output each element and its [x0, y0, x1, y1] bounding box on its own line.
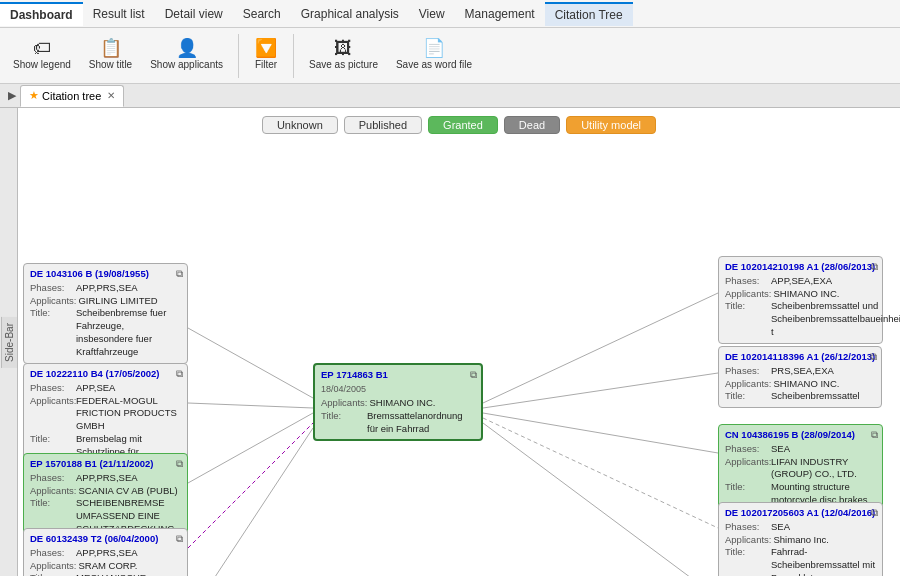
svg-line-6	[483, 373, 718, 408]
applicants-icon: 👤	[176, 39, 198, 57]
save-picture-button[interactable]: 🖼 Save as picture	[302, 32, 385, 76]
canvas-area: Unknown Published Granted Dead Utility m…	[18, 108, 900, 576]
menu-dashboard[interactable]: Dashboard	[0, 2, 83, 26]
separator-1	[238, 34, 239, 78]
svg-line-7	[483, 413, 718, 453]
picture-icon: 🖼	[334, 39, 352, 57]
svg-line-9	[483, 423, 718, 576]
save-word-button[interactable]: 📄 Save as word file	[389, 32, 479, 76]
right-card-id-1: DE 102014118396 A1 (26/12/2013)	[725, 351, 875, 364]
center-patent-card[interactable]: ⧉ EP 1714863 B1 18/04/2005 Applicants: S…	[313, 363, 483, 441]
menu-management[interactable]: Management	[455, 3, 545, 25]
ribbon: 🏷 Show legend 📋 Show title 👤 Show applic…	[0, 28, 900, 84]
right-patent-card-1[interactable]: ⧉ DE 102014118396 A1 (26/12/2013) Phases…	[718, 346, 882, 408]
svg-line-2	[188, 413, 313, 483]
menu-view[interactable]: View	[409, 3, 455, 25]
svg-line-5	[483, 293, 718, 403]
tab-close-button[interactable]: ✕	[107, 90, 115, 101]
menu-bar: Dashboard Result list Detail view Search…	[0, 0, 900, 28]
left-patent-card-3[interactable]: ⧉ DE 60132439 T2 (06/04/2000) Phases: AP…	[23, 528, 188, 576]
right-card-copy-icon-3[interactable]: ⧉	[871, 506, 878, 520]
legend-row: Unknown Published Granted Dead Utility m…	[18, 108, 900, 138]
menu-detail-view[interactable]: Detail view	[155, 3, 233, 25]
legend-dead[interactable]: Dead	[504, 116, 560, 134]
word-icon: 📄	[423, 39, 445, 57]
svg-line-4	[188, 428, 313, 576]
legend-utility[interactable]: Utility model	[566, 116, 656, 134]
legend-published[interactable]: Published	[344, 116, 422, 134]
center-card-date: 18/04/2005	[321, 383, 475, 395]
right-card-copy-icon-1[interactable]: ⧉	[870, 350, 877, 364]
right-card-copy-icon-0[interactable]: ⧉	[871, 260, 878, 274]
show-title-button[interactable]: 📋 Show title	[82, 32, 139, 76]
card-copy-icon-1[interactable]: ⧉	[176, 367, 183, 381]
center-card-applicants: SHIMANO INC.	[369, 397, 435, 410]
center-card-copy-icon[interactable]: ⧉	[470, 368, 477, 382]
center-card-title-row: Title: Bremssattelanordnung für ein Fahr…	[321, 410, 475, 436]
legend-icon: 🏷	[33, 39, 51, 57]
svg-line-0	[188, 328, 313, 398]
svg-line-8	[483, 418, 718, 528]
menu-citation-tree[interactable]: Citation Tree	[545, 2, 633, 26]
legend-granted[interactable]: Granted	[428, 116, 498, 134]
tab-citation-tree[interactable]: ★ Citation tree ✕	[20, 85, 124, 107]
sidebar-label[interactable]: Side-Bar	[1, 317, 17, 368]
tab-bar: ▶ ★ Citation tree ✕	[0, 84, 900, 108]
center-card-id: EP 1714863 B1	[321, 369, 475, 382]
show-applicants-label: Show applicants	[150, 59, 223, 70]
left-card-id-2: EP 1570188 B1 (21/11/2002)	[30, 458, 181, 471]
menu-result-list[interactable]: Result list	[83, 3, 155, 25]
tab-citation-tree-label: Citation tree	[42, 90, 101, 102]
show-title-label: Show title	[89, 59, 132, 70]
save-picture-label: Save as picture	[309, 59, 378, 70]
menu-graphical-analysis[interactable]: Graphical analysis	[291, 3, 409, 25]
right-patent-card-3[interactable]: ⧉ DE 102017205603 A1 (12/04/2016) Phases…	[718, 502, 883, 576]
card-copy-icon-2[interactable]: ⧉	[176, 457, 183, 471]
left-card-id-1: DE 10222110 B4 (17/05/2002)	[30, 368, 181, 381]
card-copy-icon-0[interactable]: ⧉	[176, 267, 183, 281]
filter-button[interactable]: 🔽 Filter	[247, 32, 285, 76]
show-legend-label: Show legend	[13, 59, 71, 70]
right-card-copy-icon-2[interactable]: ⧉	[871, 428, 878, 442]
left-card-id-0: DE 1043106 B (19/08/1955)	[30, 268, 181, 281]
card-copy-icon-3[interactable]: ⧉	[176, 532, 183, 546]
save-word-label: Save as word file	[396, 59, 472, 70]
right-card-id-3: DE 102017205603 A1 (12/04/2016)	[725, 507, 876, 520]
show-applicants-button[interactable]: 👤 Show applicants	[143, 32, 230, 76]
right-card-id-2: CN 104386195 B (28/09/2014)	[725, 429, 876, 442]
svg-line-3	[188, 423, 313, 548]
title-icon: 📋	[100, 39, 122, 57]
show-legend-button[interactable]: 🏷 Show legend	[6, 32, 78, 76]
filter-label: Filter	[255, 59, 277, 70]
center-card-title: Bremssattelanordnung für ein Fahrrad	[367, 410, 475, 436]
left-card-id-3: DE 60132439 T2 (06/04/2000)	[30, 533, 181, 546]
tab-nav-left[interactable]: ▶	[4, 89, 20, 102]
legend-unknown[interactable]: Unknown	[262, 116, 338, 134]
right-card-id-0: DE 102014210198 A1 (28/06/2013)	[725, 261, 876, 274]
separator-2	[293, 34, 294, 78]
right-patent-card-0[interactable]: ⧉ DE 102014210198 A1 (28/06/2013) Phases…	[718, 256, 883, 344]
main-area: Side-Bar Unknown Published Granted Dead …	[0, 108, 900, 576]
center-card-applicants-row: Applicants: SHIMANO INC.	[321, 397, 475, 410]
tab-star-icon: ★	[29, 89, 39, 102]
left-patent-card-0[interactable]: ⧉ DE 1043106 B (19/08/1955) Phases: APP,…	[23, 263, 188, 364]
filter-icon: 🔽	[255, 39, 277, 57]
svg-line-1	[188, 403, 313, 408]
sidebar[interactable]: Side-Bar	[0, 108, 18, 576]
menu-search[interactable]: Search	[233, 3, 291, 25]
